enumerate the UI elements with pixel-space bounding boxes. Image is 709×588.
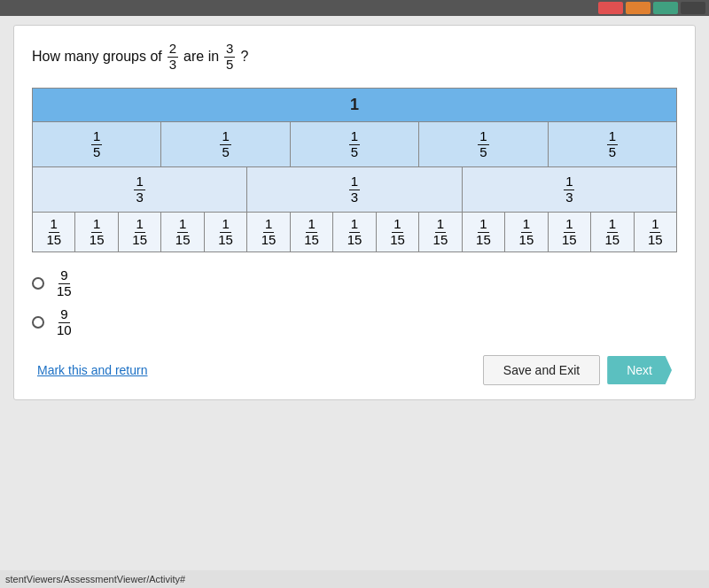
cell-fifteenth-3: 115 bbox=[119, 213, 161, 251]
answer-fraction-1: 9 15 bbox=[55, 268, 74, 298]
answer-option-1[interactable]: 9 15 bbox=[32, 268, 677, 298]
url-text: stentViewers/AssessmentViewer/Activity# bbox=[5, 574, 185, 584]
cell-third-3: 1 3 bbox=[463, 167, 676, 212]
cell-fifteenth-11: 115 bbox=[463, 213, 505, 251]
chart-row-fifths: 1 5 1 5 1 5 1 5 bbox=[33, 122, 676, 167]
cell-third-2: 1 3 bbox=[247, 167, 462, 212]
cell-fifteenth-1: 115 bbox=[33, 213, 75, 251]
fifth-frac-1: 1 5 bbox=[91, 129, 102, 159]
fraction1-denominator: 3 bbox=[168, 58, 178, 73]
bottom-bar: Mark this and return Save and Exit Next bbox=[32, 355, 677, 385]
cell-fifteenth-9: 115 bbox=[377, 213, 419, 251]
cell-fifteenth-2: 115 bbox=[75, 213, 118, 251]
cell-fifteenth-15: 115 bbox=[635, 213, 676, 251]
fraction2-denominator: 5 bbox=[224, 58, 235, 73]
cell-fifth-2: 1 5 bbox=[161, 122, 290, 166]
cell-fifteenth-5: 115 bbox=[205, 213, 247, 251]
top-btn-red[interactable] bbox=[598, 2, 623, 14]
third-frac-3: 1 3 bbox=[564, 174, 574, 205]
question: How many groups of 2 3 are in 3 5 ? bbox=[32, 42, 677, 72]
cell-fifth-5: 1 5 bbox=[549, 122, 676, 166]
cell-fifteenth-4: 115 bbox=[161, 213, 204, 251]
cell-fifth-1: 1 5 bbox=[33, 122, 161, 166]
fraction-chart: 1 1 5 1 5 1 5 bbox=[32, 88, 677, 252]
fifth-frac-5: 1 5 bbox=[607, 129, 618, 159]
save-exit-button[interactable]: Save and Exit bbox=[483, 355, 600, 385]
question-text-middle: are in bbox=[183, 49, 219, 65]
answer-option-2[interactable]: 9 10 bbox=[32, 307, 677, 337]
top-btn-orange[interactable] bbox=[626, 2, 651, 14]
cell-fifteenth-7: 115 bbox=[291, 213, 333, 251]
fraction2: 3 5 bbox=[224, 42, 235, 72]
third-frac-2: 1 3 bbox=[349, 174, 360, 205]
answer-2-num: 9 bbox=[58, 307, 69, 323]
bottom-right-buttons: Save and Exit Next bbox=[483, 355, 672, 385]
cell-fifth-4: 1 5 bbox=[419, 122, 548, 166]
cell-fifteenth-6: 115 bbox=[247, 213, 290, 251]
answer-fraction-2: 9 10 bbox=[55, 307, 74, 337]
mark-return-link[interactable]: Mark this and return bbox=[37, 363, 148, 377]
answer-1-den: 15 bbox=[55, 284, 74, 299]
third-frac-1: 1 3 bbox=[134, 174, 144, 205]
cell-fifteenth-13: 115 bbox=[549, 213, 591, 251]
next-button[interactable]: Next bbox=[607, 356, 672, 384]
top-bar bbox=[0, 0, 709, 16]
chart-row-fifteenths: 115 115 115 115 115 115 115 115 bbox=[33, 213, 676, 251]
fifth-frac-2: 1 5 bbox=[220, 129, 230, 159]
chart-row-whole: 1 bbox=[33, 89, 676, 122]
top-btn-dark[interactable] bbox=[681, 2, 705, 14]
url-bar: stentViewers/AssessmentViewer/Activity# bbox=[0, 570, 709, 588]
top-btn-teal[interactable] bbox=[653, 2, 678, 14]
answer-options: 9 15 9 10 bbox=[32, 268, 677, 337]
fraction1: 2 3 bbox=[168, 42, 178, 72]
cell-fifteenth-12: 115 bbox=[505, 213, 548, 251]
question-text-before: How many groups of bbox=[32, 49, 162, 65]
whole-label: 1 bbox=[350, 96, 359, 113]
radio-2[interactable] bbox=[32, 316, 44, 329]
chart-row-thirds: 1 3 1 3 1 3 bbox=[33, 167, 676, 213]
radio-1[interactable] bbox=[32, 277, 44, 290]
cell-fifteenth-8: 115 bbox=[333, 213, 376, 251]
cell-fifteenth-10: 115 bbox=[419, 213, 462, 251]
fifth-frac-3: 1 5 bbox=[349, 129, 360, 159]
question-text-after: ? bbox=[240, 49, 248, 65]
fraction1-numerator: 2 bbox=[168, 42, 178, 58]
cell-fifteenth-14: 115 bbox=[591, 213, 634, 251]
fifth-frac-4: 1 5 bbox=[478, 129, 488, 159]
main-content: How many groups of 2 3 are in 3 5 ? 1 1 … bbox=[13, 25, 696, 400]
answer-2-den: 10 bbox=[55, 323, 74, 338]
cell-fifth-3: 1 5 bbox=[291, 122, 419, 166]
answer-1-num: 9 bbox=[58, 268, 69, 284]
cell-third-1: 1 3 bbox=[33, 167, 247, 212]
fraction2-numerator: 3 bbox=[224, 42, 235, 58]
